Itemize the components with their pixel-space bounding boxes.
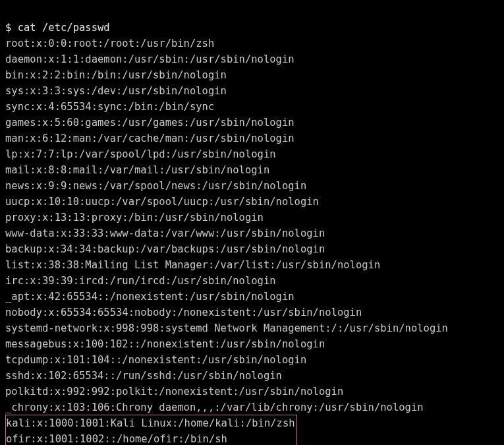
passwd-line-highlighted: kali:x:1000:1001:Kali Linux:/home/kali:/…	[6, 415, 295, 431]
passwd-line-highlighted: ofir:x:1001:1002::/home/ofir:/bin/sh	[6, 431, 295, 445]
passwd-line: lp:x:7:7:lp:/var/spool/lpd:/usr/sbin/nol…	[5, 146, 499, 162]
passwd-line: sys:x:3:3:sys:/dev:/usr/sbin/nologin	[5, 83, 499, 99]
passwd-line: bin:x:2:2:bin:/bin:/usr/sbin/nologin	[5, 67, 499, 83]
passwd-line: root:x:0:0:root:/root:/usr/bin/zsh	[5, 36, 499, 51]
highlighted-users-box: kali:x:1000:1001:Kali Linux:/home/kali:/…	[5, 415, 297, 445]
passwd-line: sshd:x:102:65534::/run/sshd:/usr/sbin/no…	[5, 368, 499, 384]
passwd-line: www-data:x:33:33:www-data:/var/www:/usr/…	[5, 225, 499, 241]
passwd-line: polkitd:x:992:992:polkit:/nonexistent:/u…	[5, 384, 499, 400]
output-block: root:x:0:0:root:/root:/usr/bin/zshdaemon…	[5, 36, 499, 415]
passwd-line: man:x:6:12:man:/var/cache/man:/usr/sbin/…	[5, 131, 499, 146]
passwd-line: _chrony:x:103:106:Chrony daemon,,,:/var/…	[5, 400, 499, 415]
passwd-line: games:x:5:60:games:/usr/games:/usr/sbin/…	[5, 115, 499, 131]
command-prompt: $ cat /etc/passwd	[5, 20, 499, 36]
passwd-line: _apt:x:42:65534::/nonexistent:/usr/sbin/…	[5, 289, 499, 305]
passwd-line: news:x:9:9:news:/var/spool/news:/usr/sbi…	[5, 178, 499, 194]
passwd-line: proxy:x:13:13:proxy:/bin:/usr/sbin/nolog…	[5, 210, 499, 225]
passwd-line: sync:x:4:65534:sync:/bin:/bin/sync	[5, 99, 499, 115]
passwd-line: uucp:x:10:10:uucp:/var/spool/uucp:/usr/s…	[5, 194, 499, 210]
passwd-line: nobody:x:65534:65534:nobody:/nonexistent…	[5, 305, 499, 320]
passwd-line: backup:x:34:34:backup:/var/backups:/usr/…	[5, 241, 499, 257]
terminal[interactable]: $ cat /etc/passwdroot:x:0:0:root:/root:/…	[0, 0, 504, 445]
passwd-line: irc:x:39:39:ircd:/run/ircd:/usr/sbin/nol…	[5, 273, 499, 289]
passwd-line: tcpdump:x:101:104::/nonexistent:/usr/sbi…	[5, 352, 499, 368]
passwd-line: systemd-network:x:998:998:systemd Networ…	[5, 320, 499, 336]
passwd-line: daemon:x:1:1:daemon:/usr/sbin:/usr/sbin/…	[5, 51, 499, 67]
passwd-line: mail:x:8:8:mail:/var/mail:/usr/sbin/nolo…	[5, 162, 499, 178]
passwd-line: messagebus:x:100:102::/nonexistent:/usr/…	[5, 336, 499, 352]
passwd-line: list:x:38:38:Mailing List Manager:/var/l…	[5, 257, 499, 273]
